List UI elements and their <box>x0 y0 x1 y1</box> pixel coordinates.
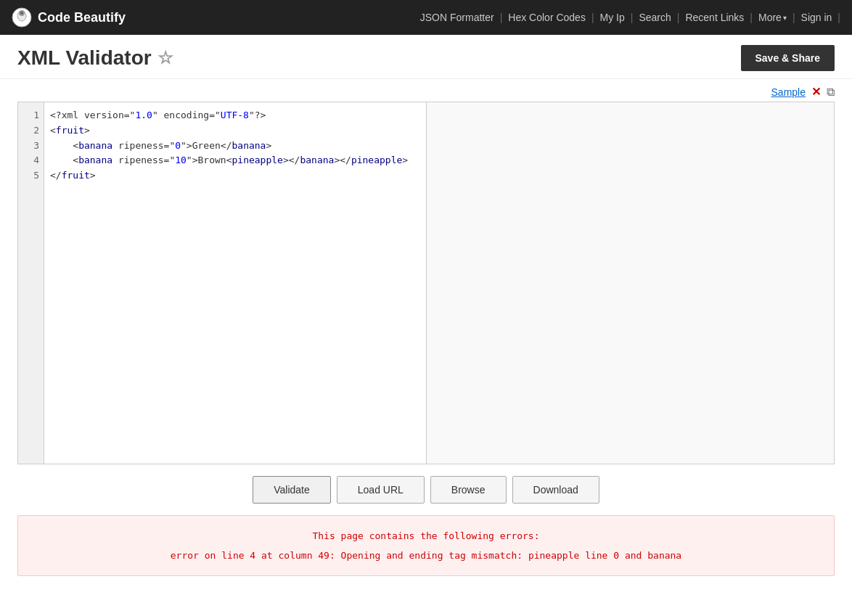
error-panel: This page contains the following errors:… <box>17 515 835 576</box>
buttons-row: Validate Load URL Browse Download <box>0 464 852 515</box>
line-num-2: 2 <box>22 123 39 139</box>
error-detail: error on line 4 at column 49: Opening an… <box>33 550 819 561</box>
editor-left: 1 2 3 4 5 <?xml version="1.0" encoding="… <box>18 102 426 464</box>
nav-json-formatter[interactable]: JSON Formatter <box>414 12 500 23</box>
copy-icon[interactable]: ⧉ <box>827 86 835 99</box>
nav-my-ip[interactable]: My Ip <box>594 12 631 23</box>
page-title-text: XML Validator <box>17 46 152 70</box>
editor-container: 1 2 3 4 5 <?xml version="1.0" encoding="… <box>17 102 835 464</box>
page-title: XML Validator ☆ <box>17 46 173 70</box>
download-button[interactable]: Download <box>512 476 599 504</box>
line-numbers: 1 2 3 4 5 <box>18 102 44 464</box>
main-nav: JSON Formatter | Hex Color Codes | My Ip… <box>414 12 840 23</box>
sample-link[interactable]: Sample <box>771 86 806 98</box>
logo-text: Code Beautify <box>38 10 126 25</box>
code-editor[interactable]: <?xml version="1.0" encoding="UTF-8"?> <… <box>44 102 426 464</box>
line-num-4: 4 <box>22 153 39 168</box>
validate-button[interactable]: Validate <box>253 476 331 504</box>
load-url-button[interactable]: Load URL <box>337 476 425 504</box>
error-title: This page contains the following errors: <box>33 530 819 541</box>
toolbar-row: Sample ✕ ⧉ <box>0 79 852 102</box>
logo-icon <box>12 7 32 28</box>
svg-point-3 <box>20 12 23 15</box>
line-num-3: 3 <box>22 139 39 154</box>
nav-hex-color[interactable]: Hex Color Codes <box>502 12 591 23</box>
title-bar: XML Validator ☆ Save & Share <box>0 35 852 79</box>
logo[interactable]: Code Beautify <box>12 7 126 28</box>
star-icon[interactable]: ☆ <box>157 48 173 68</box>
save-share-button[interactable]: Save & Share <box>741 45 835 71</box>
clear-icon[interactable]: ✕ <box>811 85 821 99</box>
nav-search[interactable]: Search <box>633 12 676 23</box>
line-num-1: 1 <box>22 108 39 123</box>
nav-signin[interactable]: Sign in <box>795 12 838 23</box>
header: Code Beautify JSON Formatter | Hex Color… <box>0 0 852 35</box>
right-panel <box>426 102 835 464</box>
browse-button[interactable]: Browse <box>430 476 507 504</box>
line-num-5: 5 <box>22 168 39 184</box>
nav-recent-links[interactable]: Recent Links <box>679 12 750 23</box>
chevron-down-icon: ▾ <box>783 14 787 22</box>
nav-more[interactable]: More ▾ <box>753 12 792 23</box>
